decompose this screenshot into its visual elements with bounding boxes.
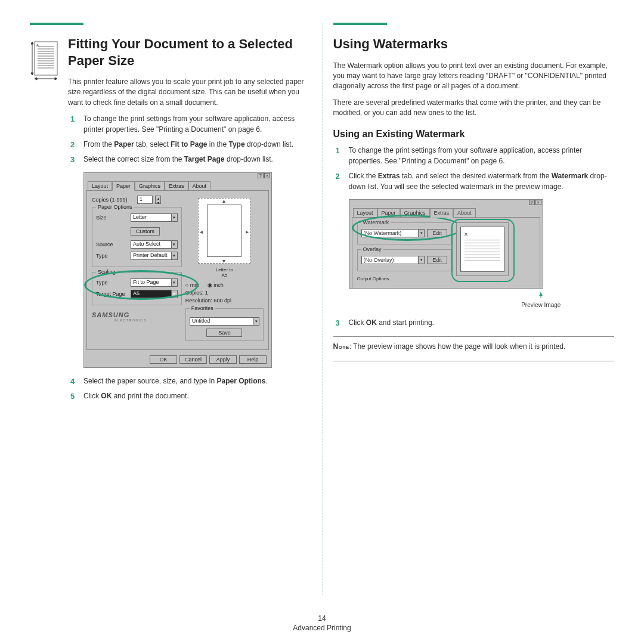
- tab-layout[interactable]: Layout: [88, 181, 112, 190]
- dialog2-titlebar: ? ×: [349, 200, 543, 206]
- page-columns: A Fitting Your Document to a Selected Pa…: [30, 23, 614, 595]
- arrow-down-icon: [386, 292, 577, 301]
- close-icon[interactable]: ×: [535, 200, 541, 205]
- heading-watermarks: Using Watermarks: [333, 36, 615, 52]
- watermark-select[interactable]: (No Watermark)▾: [361, 229, 425, 237]
- edit-overlay-button[interactable]: Edit: [427, 256, 447, 264]
- overlay-legend: Overlay: [361, 246, 383, 252]
- watermark-fieldset: Watermark (No Watermark)▾ Edit: [357, 222, 451, 244]
- output-options-label: Output Options: [357, 276, 451, 281]
- watermark-p1: The Watermark option allows you to print…: [333, 61, 615, 92]
- tab-paper[interactable]: Paper: [112, 181, 135, 191]
- chevron-down-icon: ▾: [171, 290, 177, 298]
- unit-radios[interactable]: mminch: [185, 282, 264, 288]
- chevron-down-icon: ▾: [171, 214, 177, 221]
- svg-marker-16: [35, 78, 37, 80]
- favorites-legend: Favorites: [190, 305, 215, 311]
- step-4: Select the paper source, size, and type …: [68, 376, 311, 386]
- intro-fitting: This printer feature allows you to scale…: [68, 77, 311, 108]
- svg-marker-19: [539, 292, 543, 296]
- preview-callout: Preview Image: [349, 292, 615, 308]
- dialog-body: Copies (1-999) 1 ▴▾ Paper Options SizeLe…: [86, 190, 269, 350]
- tab-extras[interactable]: Extras: [430, 208, 454, 218]
- dialog2-body: Watermark (No Watermark)▾ Edit Overlay (…: [352, 217, 540, 289]
- tab-graphics[interactable]: Graphics: [135, 181, 165, 190]
- dialog-right-pane: ▴ ▾ ◂ ▸ Letter to A5 mminch Copies: 1: [185, 196, 264, 346]
- cancel-button[interactable]: Cancel: [179, 355, 207, 364]
- page-preview: ▴ ▾ ◂ ▸: [198, 198, 250, 264]
- target-page-select[interactable]: A5▾: [131, 290, 178, 298]
- arrow-right-icon: ▸: [246, 228, 249, 235]
- target-page-label: Target Page: [96, 291, 128, 297]
- dialog2-tabs: Layout Paper Graphics Extras About: [349, 206, 543, 217]
- extras-dialog: ? × Layout Paper Graphics Extras About W…: [349, 199, 543, 289]
- preview-image-box: S: [456, 222, 509, 276]
- step-2: From the Paper tab, select Fit to Page i…: [68, 140, 311, 150]
- svg-marker-17: [55, 78, 57, 80]
- right-column: Using Watermarks The Watermark option al…: [322, 23, 615, 595]
- save-button[interactable]: Save: [206, 329, 242, 337]
- watermark-legend: Watermark: [361, 219, 391, 225]
- overlay-fieldset: Overlay (No Overlay)▾ Edit: [357, 249, 451, 271]
- svg-marker-13: [31, 42, 33, 44]
- preview-caption: Letter to A5: [185, 267, 264, 278]
- favorites-select[interactable]: Untitled▾: [190, 317, 259, 326]
- section-title: Advanced Printing: [0, 624, 644, 632]
- dialog2-right: S: [456, 222, 535, 287]
- svg-text:A: A: [36, 44, 39, 47]
- tab-graphics[interactable]: Graphics: [400, 208, 430, 217]
- close-icon[interactable]: ×: [264, 173, 270, 178]
- scaling-fieldset: Scaling TypeFit to Page▾ Target PageA5▾: [92, 272, 182, 305]
- edit-watermark-button[interactable]: Edit: [427, 229, 447, 237]
- custom-button[interactable]: Custom: [131, 227, 160, 236]
- chevron-down-icon: ▾: [171, 241, 177, 248]
- ok-button[interactable]: OK: [150, 355, 177, 364]
- tab-about[interactable]: About: [188, 181, 211, 190]
- left-column: A Fitting Your Document to a Selected Pa…: [30, 23, 322, 595]
- tab-about[interactable]: About: [453, 208, 476, 217]
- step-3: Select the correct size from the Target …: [68, 154, 311, 165]
- source-select[interactable]: Auto Select▾: [131, 240, 178, 249]
- type-label: Type: [96, 253, 128, 259]
- help-icon[interactable]: ?: [529, 200, 535, 205]
- svg-marker-14: [31, 73, 33, 75]
- tab-layout[interactable]: Layout: [353, 208, 377, 217]
- paper-options-legend: Paper Options: [96, 204, 134, 210]
- scaling-legend: Scaling: [96, 269, 117, 275]
- favorites-fieldset: Favorites Untitled▾ Save: [185, 308, 264, 341]
- copies-spinner[interactable]: ▴▾: [155, 196, 161, 204]
- size-select[interactable]: Letter▾: [131, 213, 178, 222]
- chevron-down-icon: ▾: [171, 279, 177, 286]
- brand-logo: SAMSUNG: [92, 311, 182, 318]
- left-content-wrap: A Fitting Your Document to a Selected Pa…: [30, 36, 311, 407]
- scale-type-select[interactable]: Fit to Page▾: [131, 278, 178, 287]
- wm-step-1: To change the print settings from your s…: [333, 145, 615, 166]
- chevron-down-icon: ▾: [418, 256, 424, 264]
- chevron-down-icon: ▾: [253, 318, 259, 325]
- preview-page: S: [460, 227, 504, 272]
- type-select[interactable]: Printer Default▾: [131, 252, 178, 260]
- dialog-tabs: Layout Paper Graphics Extras About: [84, 179, 271, 190]
- note-rule-bottom: [333, 361, 615, 361]
- accent-bar: [30, 23, 83, 25]
- info-resolution: Resolution: 600 dpi: [185, 298, 264, 304]
- note-text: Note: The preview image shows how the pa…: [333, 342, 615, 352]
- copies-label: Copies (1-999): [92, 197, 135, 203]
- source-label: Source: [96, 242, 128, 247]
- fit-to-page-icon: A: [30, 36, 68, 407]
- brand-subtext: ELECTRONICS: [114, 318, 182, 322]
- subheading-existing: Using an Existing Watermark: [333, 129, 615, 140]
- step-1: To change the print settings from your s…: [68, 114, 311, 135]
- steps-watermark-cont: Click OK and start printing.: [333, 318, 615, 328]
- scale-type-label: Type: [96, 280, 128, 286]
- help-button[interactable]: Help: [239, 355, 267, 364]
- copies-input[interactable]: 1: [137, 196, 153, 204]
- tab-paper[interactable]: Paper: [377, 208, 400, 217]
- help-icon[interactable]: ?: [258, 173, 264, 178]
- arrow-down-icon: ▾: [222, 258, 225, 264]
- apply-button[interactable]: Apply: [209, 355, 237, 364]
- overlay-select[interactable]: (No Overlay)▾: [361, 256, 425, 264]
- tab-extras[interactable]: Extras: [165, 181, 188, 190]
- chevron-down-icon: ▾: [418, 230, 424, 237]
- steps-watermark: To change the print settings from your s…: [333, 145, 615, 192]
